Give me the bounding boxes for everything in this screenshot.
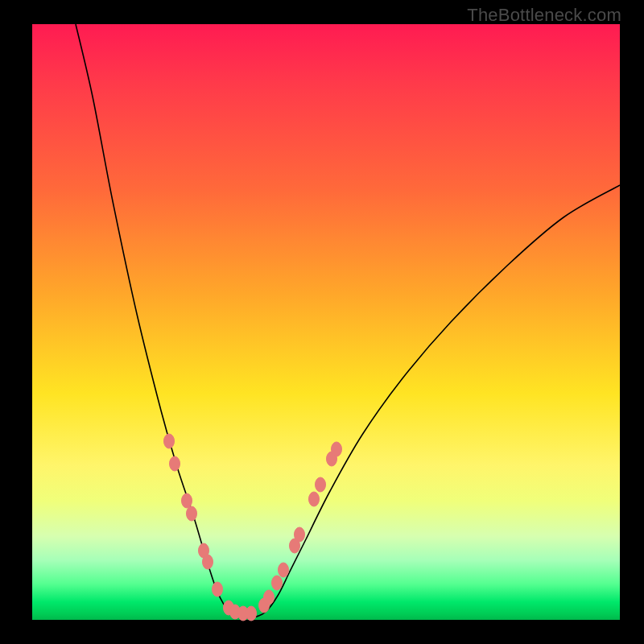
chart-frame: TheBottleneck.com xyxy=(0,0,644,644)
data-dot xyxy=(295,527,305,542)
data-dot xyxy=(272,576,283,590)
data-dot xyxy=(264,590,275,605)
data-dot xyxy=(170,456,180,471)
data-dot xyxy=(246,606,257,621)
data-dot xyxy=(187,506,197,521)
data-dot xyxy=(203,555,213,569)
data-dot xyxy=(164,434,175,448)
watermark-link[interactable]: TheBottleneck.com xyxy=(467,5,621,26)
plot-area xyxy=(32,24,620,620)
data-dot xyxy=(316,477,326,492)
data-dot xyxy=(279,563,289,577)
bottleneck-curve xyxy=(76,24,620,618)
curve-svg xyxy=(32,24,620,620)
watermark-text: TheBottleneck.com xyxy=(467,5,621,25)
data-dot xyxy=(182,493,192,508)
data-dots xyxy=(164,434,342,621)
data-dot xyxy=(332,442,342,456)
data-dot xyxy=(309,492,320,506)
data-dot xyxy=(213,582,223,597)
